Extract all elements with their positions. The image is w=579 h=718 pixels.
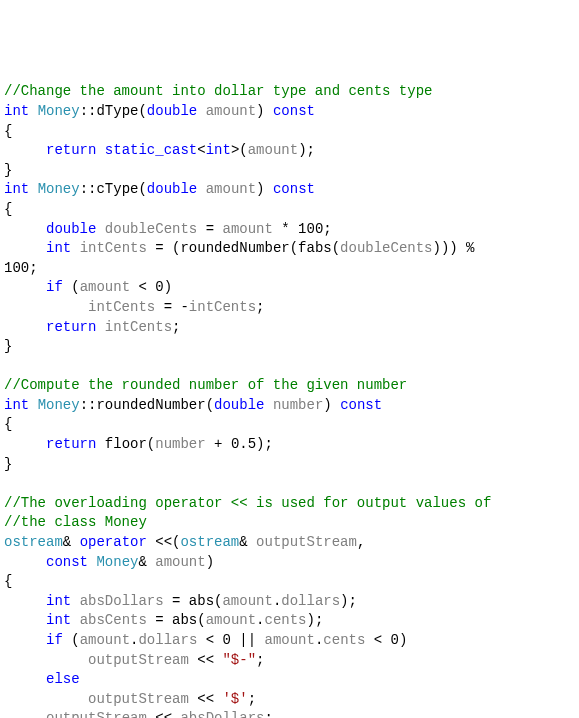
code-token: cents	[323, 632, 365, 648]
code-token: (	[63, 632, 80, 648]
code-token	[4, 593, 46, 609]
code-token: {	[4, 573, 12, 589]
code-token: cents	[265, 612, 307, 628]
code-token: return	[46, 142, 96, 158]
code-token: );	[340, 593, 357, 609]
code-token: outputStream	[256, 534, 357, 550]
code-token: static_cast	[105, 142, 197, 158]
code-token: doubleCents	[105, 221, 197, 237]
code-token: < 0)	[130, 279, 172, 295]
code-token: double	[46, 221, 96, 237]
code-token: intCents	[105, 319, 172, 335]
code-token: intCents	[80, 240, 147, 256]
code-token: const	[273, 181, 315, 197]
code-token	[4, 671, 46, 687]
code-token: amount	[80, 279, 130, 295]
code-token	[4, 436, 46, 452]
code-token: }	[4, 338, 12, 354]
code-token: = (roundedNumber(fabs(	[147, 240, 340, 256]
code-token: )	[206, 554, 214, 570]
code-token	[4, 632, 46, 648]
code-token: "$-"	[222, 652, 256, 668]
code-token: amount	[265, 632, 315, 648]
code-token: return	[46, 319, 96, 335]
code-token: //Compute the rounded number of the give…	[4, 377, 407, 393]
code-token: //The overloading operator << is used fo…	[4, 495, 491, 511]
code-token: doubleCents	[340, 240, 432, 256]
code-token: amount	[206, 103, 256, 119]
code-token	[71, 240, 79, 256]
code-token: &	[138, 554, 155, 570]
code-token	[29, 181, 37, 197]
code-token: ::roundedNumber(	[80, 397, 214, 413]
code-token: < 0 ||	[197, 632, 264, 648]
code-token: ;	[256, 652, 264, 668]
code-block: //Change the amount into dollar type and…	[4, 82, 575, 718]
code-token: {	[4, 201, 12, 217]
code-token	[4, 612, 46, 628]
code-token	[29, 397, 37, 413]
code-token: {	[4, 123, 12, 139]
code-token	[96, 142, 104, 158]
code-token: int	[4, 103, 29, 119]
code-token	[197, 181, 205, 197]
code-token: int	[46, 612, 71, 628]
code-token: const	[46, 554, 88, 570]
code-token: dollars	[138, 632, 197, 648]
code-token: int	[46, 240, 71, 256]
code-token: )	[323, 397, 340, 413]
code-token	[96, 221, 104, 237]
code-token: ;	[248, 691, 256, 707]
code-token: //the class Money	[4, 514, 147, 530]
code-token: amount	[155, 554, 205, 570]
code-token: //Change the amount into dollar type and…	[4, 83, 432, 99]
code-token: < 0)	[365, 632, 407, 648]
code-token: amount	[222, 593, 272, 609]
code-token: Money	[38, 181, 80, 197]
code-token: &	[239, 534, 256, 550]
code-token: absDollars	[180, 710, 264, 718]
code-token: double	[214, 397, 264, 413]
code-token	[4, 691, 88, 707]
code-token: '$'	[222, 691, 247, 707]
code-token: + 0.5);	[206, 436, 273, 452]
code-token: 100;	[4, 260, 38, 276]
code-token: else	[46, 671, 80, 687]
code-token: return	[46, 436, 96, 452]
code-token	[4, 710, 46, 718]
code-token: double	[147, 181, 197, 197]
code-token: Money	[38, 397, 80, 413]
code-token: }	[4, 162, 12, 178]
code-token: = abs(	[164, 593, 223, 609]
code-token	[71, 612, 79, 628]
code-token: operator	[80, 534, 147, 550]
code-token: }	[4, 456, 12, 472]
code-token: <	[197, 142, 205, 158]
code-token: <<	[147, 710, 181, 718]
code-token: * 100;	[273, 221, 332, 237]
code-token: ,	[357, 534, 365, 550]
code-token: ;	[264, 710, 272, 718]
code-token: absDollars	[80, 593, 164, 609]
code-token: intCents	[88, 299, 155, 315]
code-token: double	[147, 103, 197, 119]
code-token: Money	[96, 554, 138, 570]
code-token: number	[273, 397, 323, 413]
code-token: ::dType(	[80, 103, 147, 119]
code-token: <<	[189, 691, 223, 707]
code-token: outputStream	[88, 652, 189, 668]
code-token	[4, 299, 88, 315]
code-token	[4, 279, 46, 295]
code-token: <<(	[147, 534, 181, 550]
code-token: = abs(	[147, 612, 206, 628]
code-token: );	[298, 142, 315, 158]
code-token: ;	[256, 299, 264, 315]
code-token: const	[340, 397, 382, 413]
code-token: if	[46, 632, 63, 648]
code-token: amount	[80, 632, 130, 648]
code-token: int	[206, 142, 231, 158]
code-token	[96, 319, 104, 335]
code-token: amount	[206, 181, 256, 197]
code-token: .	[256, 612, 264, 628]
code-token: intCents	[189, 299, 256, 315]
